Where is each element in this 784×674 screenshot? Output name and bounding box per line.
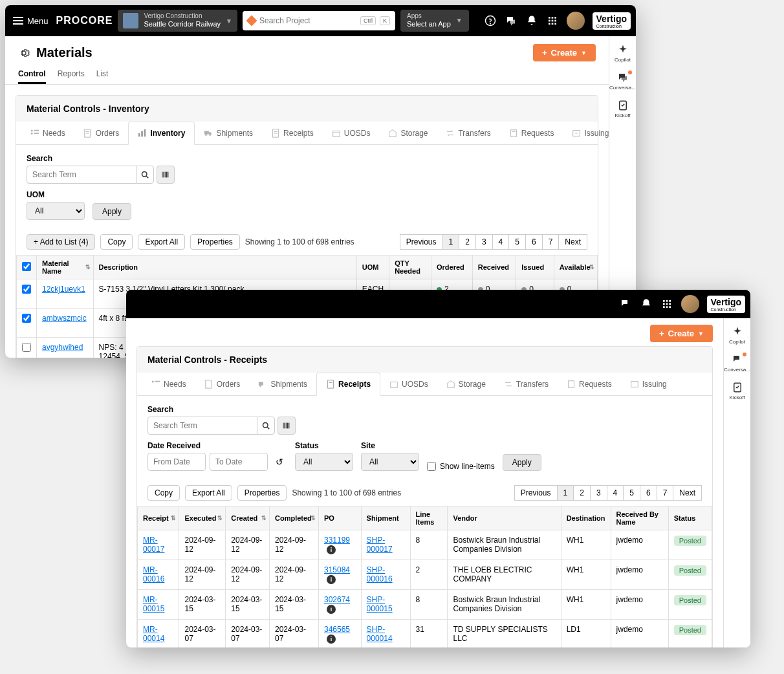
create-button[interactable]: +Create▼ <box>650 325 713 342</box>
th-completed[interactable]: Completed⇅ <box>270 506 319 530</box>
apply-button[interactable]: Apply <box>503 454 541 471</box>
tab-receipts[interactable]: Receipts <box>262 122 323 144</box>
global-search[interactable]: Ctrl K <box>243 11 395 30</box>
page-6[interactable]: 6 <box>640 485 657 501</box>
page-5[interactable]: 5 <box>623 485 640 501</box>
prev-page[interactable]: Previous <box>400 234 443 250</box>
to-date-input[interactable] <box>210 453 268 471</box>
th-material[interactable]: Material Name⇅ <box>37 255 94 279</box>
help-icon[interactable] <box>484 14 497 27</box>
project-selector[interactable]: Vertigo Construction Seattle Corridor Ra… <box>118 10 237 31</box>
page-3[interactable]: 3 <box>590 485 607 501</box>
tab-requests[interactable]: Requests <box>558 373 621 395</box>
tab-uosds[interactable]: UOSDs <box>380 373 437 395</box>
tab-receipts[interactable]: Receipts <box>316 373 380 396</box>
po-link[interactable]: 331199 <box>324 536 350 545</box>
chat-icon[interactable] <box>505 14 517 27</box>
rb-kickoff[interactable]: Kickoff <box>615 100 631 118</box>
receipt-link[interactable]: MR-00016 <box>143 565 164 583</box>
th-created[interactable]: Created⇅ <box>226 506 270 530</box>
export-all-button[interactable]: Export All <box>138 234 185 250</box>
th-ordered[interactable]: Ordered <box>431 255 472 279</box>
tab-requests[interactable]: Requests <box>500 122 563 144</box>
page-3[interactable]: 3 <box>475 234 493 250</box>
th-receipt[interactable]: Receipt⇅ <box>138 506 179 530</box>
copy-button[interactable]: Copy <box>100 234 133 250</box>
th-available[interactable]: Available⇅ <box>554 255 597 279</box>
po-link[interactable]: 302674 <box>324 595 350 604</box>
th-executed[interactable]: Executed⇅ <box>179 506 226 530</box>
tab-transfers[interactable]: Transfers <box>437 122 499 144</box>
show-lineitems-checkbox[interactable] <box>427 462 436 471</box>
site-select[interactable]: All <box>361 453 419 471</box>
th-uom[interactable]: UOM <box>356 255 389 279</box>
tab-issuing[interactable]: Issuing <box>563 122 609 144</box>
bell-icon[interactable] <box>640 298 653 310</box>
row-checkbox[interactable] <box>22 285 31 294</box>
from-date-input[interactable] <box>147 453 206 471</box>
th-lineitems[interactable]: Line Items <box>410 506 448 530</box>
th-po[interactable]: PO <box>319 506 362 530</box>
rb-copilot[interactable]: Copilot <box>729 326 745 345</box>
apps-selector[interactable]: Apps Select an App ▼ <box>400 10 469 31</box>
tab-needs[interactable]: Needs <box>21 122 74 144</box>
receipt-link[interactable]: MR-00015 <box>143 595 164 613</box>
search-term-input[interactable] <box>147 417 257 435</box>
shipment-link[interactable]: SHP-000017 <box>367 536 393 554</box>
search-button[interactable] <box>257 417 275 435</box>
next-page[interactable]: Next <box>558 234 587 250</box>
avatar[interactable] <box>567 12 585 30</box>
tab-transfers[interactable]: Transfers <box>495 373 558 395</box>
page-2[interactable]: 2 <box>459 234 476 250</box>
tab-shipments[interactable]: Shipments <box>195 122 262 144</box>
export-all-button[interactable]: Export All <box>185 485 232 501</box>
subtab-list[interactable]: List <box>96 65 109 84</box>
th-shipment[interactable]: Shipment <box>361 506 410 530</box>
page-7[interactable]: 7 <box>657 485 674 501</box>
tab-shipments[interactable]: Shipments <box>249 373 316 395</box>
prev-page[interactable]: Previous <box>514 485 558 501</box>
receipt-link[interactable]: MR-00014 <box>143 625 164 643</box>
rb-copilot[interactable]: Copilot <box>615 44 631 63</box>
th-dest[interactable]: Destination <box>561 506 611 530</box>
tab-inventory[interactable]: Inventory <box>128 122 195 145</box>
info-icon[interactable]: i <box>327 575 336 584</box>
tab-orders[interactable]: Orders <box>195 373 250 395</box>
shipment-link[interactable]: SHP-000016 <box>367 565 393 583</box>
row-checkbox[interactable] <box>22 343 31 352</box>
tab-storage[interactable]: Storage <box>379 122 437 144</box>
rb-kickoff[interactable]: Kickoff <box>730 382 745 400</box>
subtab-reports[interactable]: Reports <box>58 65 85 84</box>
rb-conversa[interactable]: Conversa... <box>724 354 750 373</box>
info-icon[interactable]: i <box>327 605 336 614</box>
tab-needs[interactable]: Needs <box>142 373 195 395</box>
tab-uosds[interactable]: UOSDs <box>323 122 380 144</box>
th-issued[interactable]: Issued <box>516 255 554 279</box>
page-1[interactable]: 1 <box>442 234 460 250</box>
row-checkbox[interactable] <box>22 314 31 323</box>
shipment-link[interactable]: SHP-000014 <box>367 625 393 643</box>
apps-grid-icon[interactable] <box>546 14 559 27</box>
page-7[interactable]: 7 <box>542 234 560 250</box>
material-link[interactable]: avgyhwihed <box>42 343 83 352</box>
th-status[interactable]: Status <box>668 506 712 530</box>
properties-button[interactable]: Properties <box>190 234 240 250</box>
search-button[interactable] <box>136 166 154 184</box>
rb-conversa[interactable]: Conversa... <box>609 72 636 91</box>
reset-icon[interactable]: ↺ <box>272 457 287 467</box>
material-link[interactable]: 12ckj1uevk1 <box>42 285 85 294</box>
shipment-link[interactable]: SHP-000015 <box>367 595 393 613</box>
bell-icon[interactable] <box>525 14 538 27</box>
add-to-list-button[interactable]: + Add to List (4) <box>27 234 95 250</box>
scan-button[interactable] <box>278 417 296 435</box>
th-received[interactable]: Received <box>472 255 516 279</box>
th-vendor[interactable]: Vendor <box>448 506 561 530</box>
receipt-link[interactable]: MR-00017 <box>143 536 164 554</box>
create-button[interactable]: + Create ▼ <box>533 44 596 61</box>
menu-button[interactable]: Menu <box>10 14 51 28</box>
page-5[interactable]: 5 <box>508 234 526 250</box>
tab-orders[interactable]: Orders <box>74 122 129 144</box>
uom-select[interactable]: All <box>27 202 85 220</box>
copy-button[interactable]: Copy <box>147 485 180 501</box>
th-desc[interactable]: Description <box>93 255 356 279</box>
